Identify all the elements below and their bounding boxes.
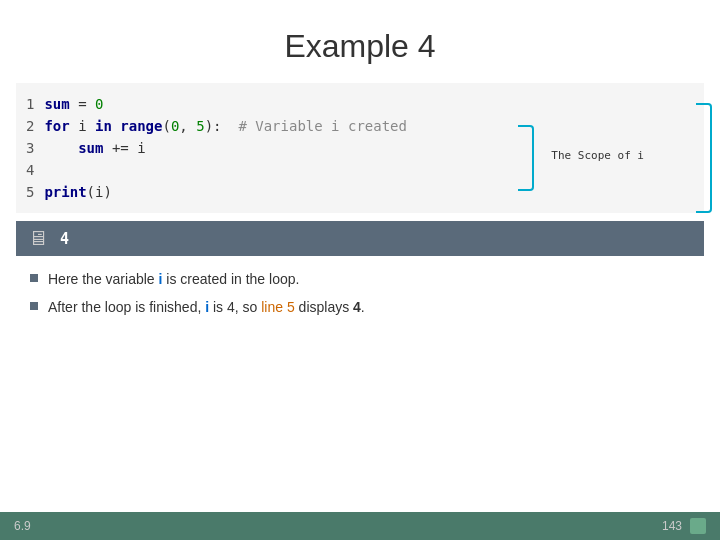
bullet-text-1: Here the variable i is created in the lo… — [48, 270, 299, 290]
line-num-5: 5 — [26, 181, 34, 203]
footer-page-right: 143 — [662, 519, 682, 533]
line-num-3: 3 — [26, 137, 34, 159]
footer-page-left: 6.9 — [14, 519, 31, 533]
footer: 6.9 143 — [0, 512, 720, 540]
highlight-4: 4 — [353, 299, 361, 315]
highlight-line5: line 5 — [261, 299, 294, 315]
bullet-list: Here the variable i is created in the lo… — [20, 270, 700, 317]
footer-right: 143 — [662, 518, 706, 534]
code-block: 1 2 3 4 5 sum = 0 for i in range(0, 5): … — [16, 83, 704, 213]
monitor-icon: 🖥 — [28, 227, 48, 250]
code-content: sum = 0 for i in range(0, 5): # Variable… — [44, 93, 704, 203]
highlight-i-2: i — [205, 299, 209, 315]
line-num-4: 4 — [26, 159, 34, 181]
line-num-2: 2 — [26, 115, 34, 137]
scope-sum-bracket — [696, 103, 712, 213]
footer-icon — [690, 518, 706, 534]
bullet-item-1: Here the variable i is created in the lo… — [30, 270, 700, 290]
bullet-icon-2 — [30, 302, 38, 310]
page-title: Example 4 — [0, 0, 720, 83]
highlight-i-1: i — [159, 271, 163, 287]
line-numbers: 1 2 3 4 5 — [16, 93, 44, 203]
bullet-text-2: After the loop is finished, i is 4, so l… — [48, 298, 365, 318]
line-num-1: 1 — [26, 93, 34, 115]
bullet-item-2: After the loop is finished, i is 4, so l… — [30, 298, 700, 318]
scope-i-label: The Scope of i — [551, 145, 644, 167]
scope-brackets: The Scope of i The Scope of sum — [414, 103, 694, 213]
output-block: 🖥 4 — [16, 221, 704, 256]
scope-i-bracket — [518, 125, 534, 191]
bullet-icon-1 — [30, 274, 38, 282]
output-value: 4 — [60, 230, 69, 248]
